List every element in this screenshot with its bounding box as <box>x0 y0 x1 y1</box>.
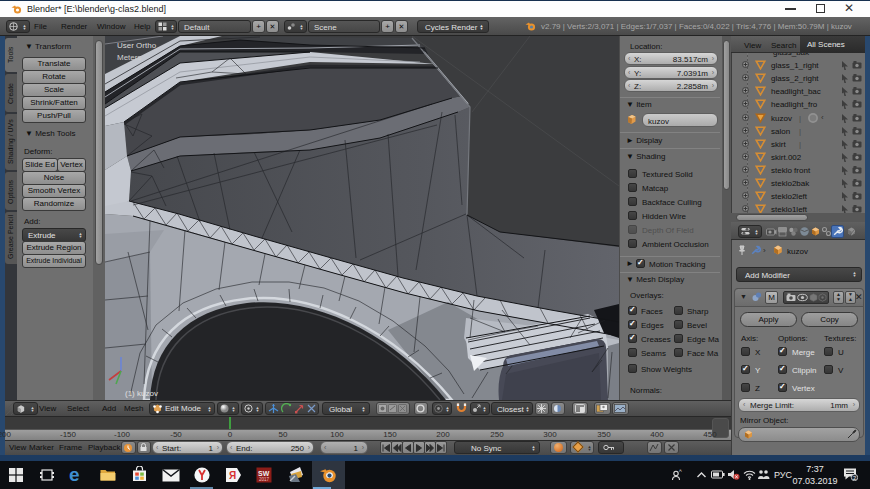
svg-text:SW: SW <box>258 470 270 477</box>
svg-text:(1) kuzov: (1) kuzov <box>125 389 158 398</box>
svg-text:User Ortho: User Ortho <box>117 41 157 50</box>
svg-text:2: 2 <box>853 475 856 481</box>
svg-text:Я: Я <box>229 470 236 481</box>
svg-text:ᴬ: ᴬ <box>678 468 682 475</box>
svg-text:2017: 2017 <box>259 477 270 482</box>
svg-text:Meters: Meters <box>117 53 141 62</box>
